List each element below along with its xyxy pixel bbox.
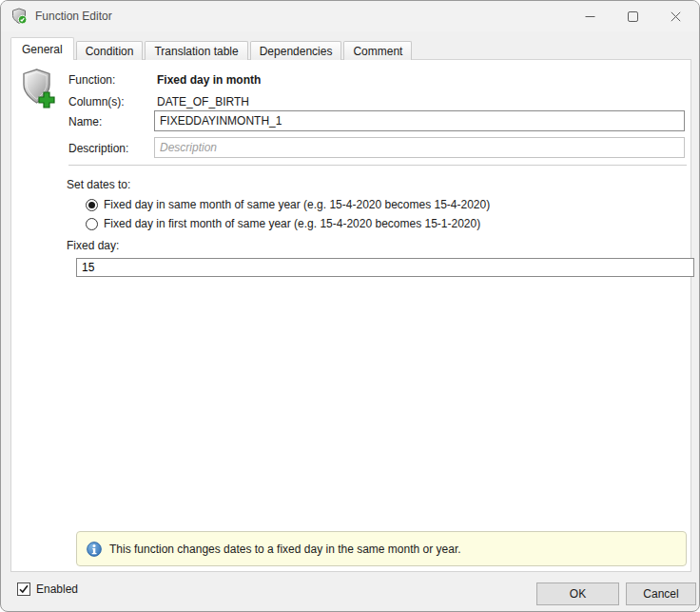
radio-option-same-month[interactable]: Fixed day in same month of same year (e.… bbox=[86, 198, 490, 211]
close-icon bbox=[671, 11, 681, 22]
fixed-day-input[interactable] bbox=[76, 258, 694, 277]
info-text: This function changes dates to a fixed d… bbox=[109, 543, 461, 556]
name-label: Name: bbox=[68, 115, 102, 128]
tab-dependencies[interactable]: Dependencies bbox=[250, 41, 342, 60]
general-tab-page: Function: Fixed day in month Column(s): … bbox=[10, 59, 691, 572]
tab-dependencies-label: Dependencies bbox=[260, 45, 333, 58]
info-icon bbox=[87, 542, 102, 557]
separator-line bbox=[68, 165, 687, 166]
radio-unselected-icon[interactable] bbox=[86, 218, 98, 230]
columns-label: Column(s): bbox=[68, 95, 125, 109]
function-value: Fixed day in month bbox=[157, 73, 261, 87]
radio-selected-icon[interactable] bbox=[86, 199, 98, 211]
maximize-button[interactable] bbox=[612, 1, 654, 31]
name-input[interactable] bbox=[154, 110, 685, 131]
tab-condition[interactable]: Condition bbox=[76, 41, 144, 60]
ok-button[interactable]: OK bbox=[536, 582, 619, 605]
shield-check-icon bbox=[10, 8, 28, 25]
cancel-button-label: Cancel bbox=[643, 587, 678, 601]
minimize-icon bbox=[585, 11, 595, 22]
tab-general-label: General bbox=[22, 43, 63, 56]
set-dates-label: Set dates to: bbox=[67, 178, 130, 191]
minimize-button[interactable] bbox=[569, 1, 612, 31]
columns-value: DATE_OF_BIRTH bbox=[157, 95, 249, 109]
tab-comment[interactable]: Comment bbox=[343, 41, 412, 60]
tab-comment-label: Comment bbox=[353, 45, 402, 58]
tab-translation-table-label: Translation table bbox=[154, 45, 238, 58]
title-bar: Function Editor bbox=[1, 1, 699, 31]
radio-option-same-month-label: Fixed day in same month of same year (e.… bbox=[104, 198, 490, 211]
cancel-button[interactable]: Cancel bbox=[626, 582, 696, 605]
radio-option-first-month[interactable]: Fixed day in first month of same year (e… bbox=[86, 217, 480, 230]
tab-general[interactable]: General bbox=[10, 37, 74, 60]
function-label: Function: bbox=[68, 73, 115, 87]
enabled-label: Enabled bbox=[36, 582, 78, 596]
maximize-icon bbox=[628, 11, 638, 22]
enabled-checkbox-row[interactable]: Enabled bbox=[17, 582, 78, 596]
check-icon bbox=[18, 583, 29, 595]
info-box: This function changes dates to a fixed d… bbox=[76, 531, 687, 566]
radio-option-first-month-label: Fixed day in first month of same year (e… bbox=[104, 217, 480, 230]
checkbox-checked-icon[interactable] bbox=[17, 582, 30, 596]
description-label: Description: bbox=[68, 142, 128, 155]
shield-plus-icon bbox=[21, 68, 57, 111]
fixed-day-label: Fixed day: bbox=[67, 239, 119, 252]
ok-button-label: OK bbox=[570, 587, 586, 601]
close-button[interactable] bbox=[654, 1, 697, 31]
description-input[interactable] bbox=[154, 137, 685, 158]
window-title: Function Editor bbox=[35, 10, 112, 23]
tab-condition-label: Condition bbox=[86, 45, 134, 58]
tab-strip: General Condition Translation table Depe… bbox=[10, 37, 414, 60]
tab-translation-table[interactable]: Translation table bbox=[145, 41, 247, 60]
caption-buttons bbox=[569, 1, 697, 31]
function-editor-dialog: Function Editor General Conditio bbox=[0, 0, 700, 612]
